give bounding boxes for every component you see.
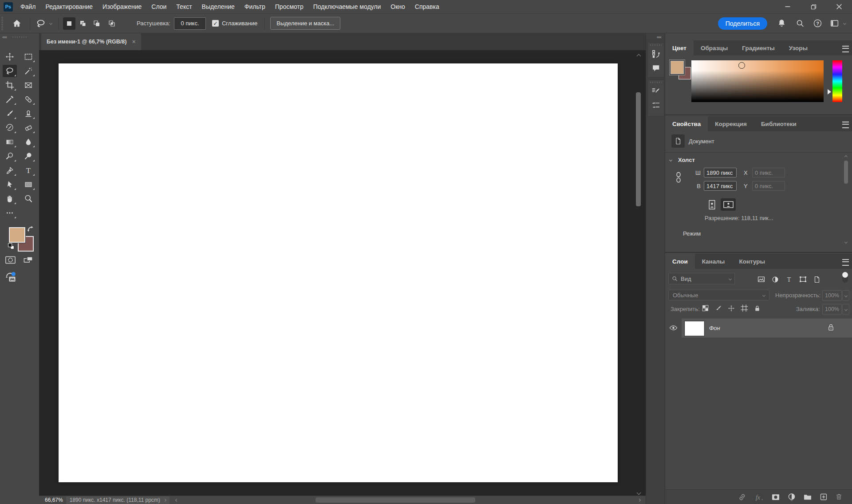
filter-adjustment-layers-icon[interactable] xyxy=(772,276,779,283)
tab-color[interactable]: Цвет xyxy=(665,40,694,55)
hue-pointer-icon[interactable] xyxy=(828,89,831,94)
menu-window[interactable]: Окно xyxy=(386,0,410,13)
canvas[interactable] xyxy=(59,63,618,482)
quick-mask-icon[interactable] xyxy=(5,256,16,264)
layer-thumbnail[interactable] xyxy=(685,321,704,336)
width-input[interactable] xyxy=(704,168,737,177)
rectangular-marquee-tool[interactable] xyxy=(21,51,36,63)
lock-artboard-icon[interactable] xyxy=(741,304,748,312)
y-input[interactable] xyxy=(752,181,785,191)
x-input[interactable] xyxy=(752,168,785,177)
select-and-mask-button[interactable]: Выделение и маска... xyxy=(270,17,340,30)
selection-mode-subtract-icon[interactable] xyxy=(91,17,103,30)
scroll-left-icon[interactable] xyxy=(175,498,178,501)
filter-shape-layers-icon[interactable] xyxy=(799,276,807,283)
clone-stamp-tool[interactable] xyxy=(21,107,36,120)
menu-layers[interactable]: Слои xyxy=(146,0,171,13)
menu-file[interactable]: Файл xyxy=(16,0,40,13)
scroll-up-icon[interactable] xyxy=(637,54,641,59)
tab-patterns[interactable]: Узоры xyxy=(782,40,815,55)
gradient-tool[interactable] xyxy=(3,136,17,148)
scroll-down-icon[interactable] xyxy=(637,491,641,495)
menu-plugins[interactable]: Подключаемые модули xyxy=(308,0,386,13)
brush-settings-panel-icon[interactable] xyxy=(648,87,664,96)
brush-tool[interactable] xyxy=(3,107,17,120)
tool-preset-lasso[interactable] xyxy=(36,18,52,29)
menu-edit[interactable]: Редактирование xyxy=(40,0,98,13)
filter-type-layers-icon[interactable]: T xyxy=(785,276,793,283)
options-grip[interactable] xyxy=(1,17,3,30)
fill-value-box[interactable]: 100% xyxy=(822,304,842,315)
color-field[interactable] xyxy=(691,60,824,102)
screen-mode-icon[interactable] xyxy=(23,255,34,264)
portrait-orientation-icon[interactable] xyxy=(706,198,717,211)
crop-tool[interactable] xyxy=(3,79,17,91)
selection-mode-intersect-icon[interactable] xyxy=(106,17,118,30)
home-icon[interactable] xyxy=(12,19,22,28)
expand-panels-icon[interactable]: «« xyxy=(657,34,661,39)
opacity-dropdown-icon[interactable] xyxy=(842,290,849,301)
antialias-checkbox[interactable]: ✓ xyxy=(212,20,219,27)
comments-panel-icon[interactable] xyxy=(648,63,664,73)
blur-tool[interactable] xyxy=(21,136,36,148)
opacity-value-box[interactable]: 100% xyxy=(822,290,842,301)
new-layer-icon[interactable] xyxy=(820,493,828,501)
document-tab[interactable]: Без имени-1 @ 66,7% (RGB/8) × xyxy=(41,33,141,50)
delete-layer-trash-icon[interactable] xyxy=(835,493,843,501)
history-brush-tool[interactable] xyxy=(3,122,17,134)
properties-scrollbar-thumb[interactable] xyxy=(844,161,848,184)
fill-dropdown-icon[interactable] xyxy=(842,304,849,315)
tab-properties[interactable]: Свойства xyxy=(665,116,708,131)
layer-row[interactable]: Фон xyxy=(665,319,852,338)
lock-all-icon[interactable] xyxy=(754,305,761,312)
menu-help[interactable]: Справка xyxy=(410,0,444,13)
lock-position-icon[interactable] xyxy=(728,305,735,312)
tab-adjustments[interactable]: Коррекция xyxy=(708,116,754,131)
document-info-chip[interactable]: 1890 пикс. x1417 пикс. (118,11 ppcm) xyxy=(66,496,170,504)
collapse-dock-icon[interactable]: «« xyxy=(2,34,7,39)
properties-scroll-down-icon[interactable] xyxy=(844,240,848,244)
scroll-right-icon[interactable] xyxy=(638,498,641,501)
eyedropper-tool[interactable] xyxy=(3,93,17,106)
vertical-scrollbar-thumb[interactable] xyxy=(636,92,641,206)
move-tool[interactable] xyxy=(3,51,17,63)
add-adjustment-layer-icon[interactable] xyxy=(788,493,796,501)
history-panel-icon[interactable] xyxy=(648,49,664,59)
filter-smart-objects-icon[interactable] xyxy=(813,276,820,283)
tab-layers[interactable]: Слои xyxy=(665,254,695,269)
hue-strip[interactable] xyxy=(832,60,842,102)
search-icon[interactable] xyxy=(796,19,805,28)
path-selection-tool[interactable] xyxy=(3,178,17,191)
height-input[interactable] xyxy=(704,181,737,191)
zoom-level[interactable]: 66,67% xyxy=(45,497,63,503)
filter-pixel-layers-icon[interactable] xyxy=(757,276,765,283)
lasso-tool[interactable] xyxy=(3,65,17,77)
default-colors-icon[interactable] xyxy=(7,242,15,250)
pen-tool[interactable] xyxy=(3,164,17,177)
link-layers-icon[interactable] xyxy=(738,493,746,501)
tab-gradients[interactable]: Градиенты xyxy=(735,40,782,55)
menu-type[interactable]: Текст xyxy=(171,0,197,13)
layer-filter-select[interactable]: Вид xyxy=(668,273,735,284)
hand-tool[interactable] xyxy=(3,193,17,205)
menu-filter[interactable]: Фильтр xyxy=(240,0,270,13)
add-layer-mask-icon[interactable] xyxy=(771,493,780,501)
foreground-color-swatch[interactable] xyxy=(9,227,25,243)
tab-paths[interactable]: Контуры xyxy=(732,254,772,269)
dodge-tool[interactable] xyxy=(3,150,17,162)
edit-toolbar-ellipsis-icon[interactable] xyxy=(3,207,17,219)
share-button[interactable]: Поделиться xyxy=(718,17,767,30)
eraser-tool[interactable] xyxy=(21,122,36,134)
tab-libraries[interactable]: Библиотеки xyxy=(754,116,804,131)
status-expand-icon[interactable] xyxy=(163,498,166,501)
blend-mode-select[interactable]: Обычные xyxy=(668,290,769,300)
color-panel-menu-icon[interactable] xyxy=(842,46,849,52)
layer-visibility-eye-icon[interactable] xyxy=(669,324,678,331)
color-foreground-swatch[interactable] xyxy=(671,61,684,74)
tab-swatches[interactable]: Образцы xyxy=(694,40,735,55)
color-field-cursor[interactable] xyxy=(738,62,745,69)
menu-select[interactable]: Выделение xyxy=(197,0,240,13)
layer-name[interactable]: Фон xyxy=(709,325,720,331)
properties-panel-menu-icon[interactable] xyxy=(842,122,849,128)
sync-image-icon[interactable] xyxy=(4,271,17,283)
